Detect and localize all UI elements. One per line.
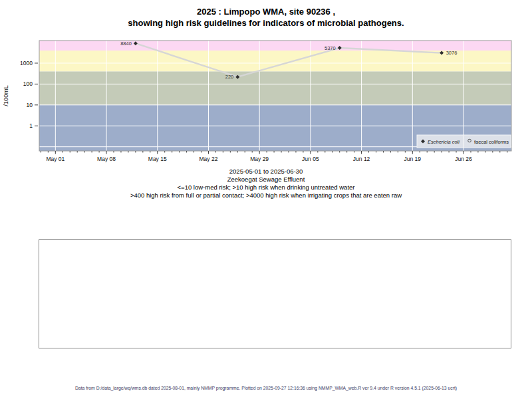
- legend: faecal coliformsEschericia coli: [417, 135, 511, 148]
- chart-captions: 2025-05-01 to 2025-06-30 Zeekoegat Sewag…: [0, 168, 532, 200]
- y-axis: 1000100101/100mL: [2, 60, 38, 129]
- x-tick-label: Jun 19: [404, 156, 422, 162]
- x-tick-label: May 29: [250, 156, 269, 162]
- footer-provenance: Data from D:/data_large/wq/wms.db dated …: [0, 386, 532, 390]
- x-tick-label: Jun 26: [455, 156, 472, 162]
- caption-guideline-contact-irrigation: >400 high risk from full or partial cont…: [0, 192, 532, 200]
- caption-guideline-drinking: <=10 low-med risk; >10 high risk when dr…: [0, 184, 532, 192]
- data-point-label: 5370: [325, 45, 336, 51]
- y-axis-title: /100mL: [2, 85, 9, 106]
- caption-site-name: Zeekoegat Sewage Effluent: [0, 176, 532, 184]
- x-tick-label: May 01: [46, 156, 65, 162]
- chart-svg: 884022053703076May 01May 08May 15May 22M…: [0, 37, 532, 170]
- chart-title: 2025 : Limpopo WMA, site 90236 , showing…: [0, 6, 532, 29]
- legend-label: Eschericia coli: [428, 139, 460, 145]
- chart-title-line1: 2025 : Limpopo WMA, site 90236 ,: [0, 6, 532, 17]
- empty-plot-placeholder: [39, 239, 511, 348]
- risk-bands: [39, 41, 511, 151]
- y-tick-label: 1000: [20, 60, 33, 66]
- caption-date-range: 2025-05-01 to 2025-06-30: [0, 168, 532, 176]
- y-tick-label: 1: [29, 122, 33, 129]
- x-tick-label: May 08: [97, 156, 116, 162]
- data-point-label: 220: [225, 74, 234, 80]
- band-drinking-untreated-high-risk-gt10: [39, 71, 511, 104]
- chart-title-line2: showing high risk guidelines for indicat…: [0, 17, 532, 29]
- x-tick-label: Jun 05: [302, 156, 319, 162]
- data-point-label: 8840: [120, 41, 132, 47]
- y-tick-label: 100: [23, 80, 33, 87]
- y-tick-label: 10: [27, 102, 33, 108]
- x-tick-label: Jun 12: [353, 156, 370, 162]
- x-axis: May 01May 08May 15May 22May 29Jun 05Jun …: [41, 151, 507, 162]
- x-tick-label: May 22: [200, 156, 218, 162]
- band-irrigating-raw-crops-high-risk-gt4000: [39, 41, 511, 51]
- x-tick-label: May 15: [148, 156, 167, 162]
- legend-label: faecal coliforms: [474, 139, 509, 145]
- data-point-label: 3076: [446, 50, 458, 56]
